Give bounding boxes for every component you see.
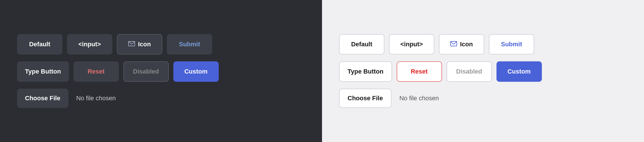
- dark-row-3: Choose File No file chosen: [17, 89, 116, 108]
- dark-disabled-label: Disabled: [133, 68, 159, 75]
- dark-disabled-button: Disabled: [123, 61, 169, 82]
- dark-custom-button[interactable]: Custom: [173, 61, 219, 82]
- light-reset-button[interactable]: Reset: [397, 61, 442, 82]
- light-submit-label: Submit: [501, 41, 522, 48]
- light-row-1: Default <input> Icon Submit: [339, 34, 534, 55]
- dark-submit-label: Submit: [179, 41, 200, 48]
- dark-input-label: <input>: [78, 41, 101, 48]
- light-icon-label: Icon: [460, 41, 473, 48]
- dark-custom-label: Custom: [184, 68, 208, 75]
- dark-choose-file-label: Choose File: [25, 95, 60, 102]
- light-default-label: Default: [351, 41, 372, 48]
- light-no-file-text: No file chosen: [399, 95, 439, 102]
- light-input-button[interactable]: <input>: [389, 34, 434, 55]
- dark-icon-button[interactable]: Icon: [117, 34, 162, 55]
- dark-row-2: Type Button Reset Disabled Custom: [17, 61, 219, 82]
- dark-submit-button[interactable]: Submit: [167, 34, 212, 55]
- envelope-icon: [128, 41, 135, 48]
- dark-reset-button[interactable]: Reset: [73, 61, 119, 82]
- dark-panel: Default <input> Icon Submit Type Button …: [0, 0, 322, 142]
- envelope-icon-light: [450, 41, 457, 48]
- dark-input-button[interactable]: <input>: [67, 34, 112, 55]
- dark-default-button[interactable]: Default: [17, 34, 62, 55]
- light-reset-label: Reset: [411, 68, 428, 75]
- light-choose-file-label: Choose File: [348, 95, 383, 102]
- dark-reset-label: Reset: [88, 68, 105, 75]
- dark-type-button-label: Type Button: [25, 68, 61, 75]
- light-custom-button[interactable]: Custom: [496, 61, 542, 82]
- dark-icon-label: Icon: [138, 41, 151, 48]
- light-submit-button[interactable]: Submit: [489, 34, 534, 55]
- light-disabled-label: Disabled: [456, 68, 482, 75]
- light-choose-file-button[interactable]: Choose File: [339, 89, 392, 108]
- light-custom-label: Custom: [508, 68, 531, 75]
- light-disabled-button: Disabled: [447, 61, 492, 82]
- light-default-button[interactable]: Default: [339, 34, 384, 55]
- light-type-button-label: Type Button: [348, 68, 384, 75]
- light-row-3: Choose File No file chosen: [339, 89, 439, 108]
- light-icon-button[interactable]: Icon: [439, 34, 484, 55]
- dark-row-1: Default <input> Icon Submit: [17, 34, 212, 55]
- dark-choose-file-button[interactable]: Choose File: [17, 89, 68, 108]
- dark-no-file-text: No file chosen: [76, 95, 116, 102]
- light-row-2: Type Button Reset Disabled Custom: [339, 61, 542, 82]
- dark-type-button-btn[interactable]: Type Button: [17, 61, 69, 82]
- light-type-button-btn[interactable]: Type Button: [339, 61, 392, 82]
- dark-default-label: Default: [29, 41, 50, 48]
- light-input-label: <input>: [400, 41, 423, 48]
- light-panel: Default <input> Icon Submit Type Button …: [322, 0, 644, 142]
